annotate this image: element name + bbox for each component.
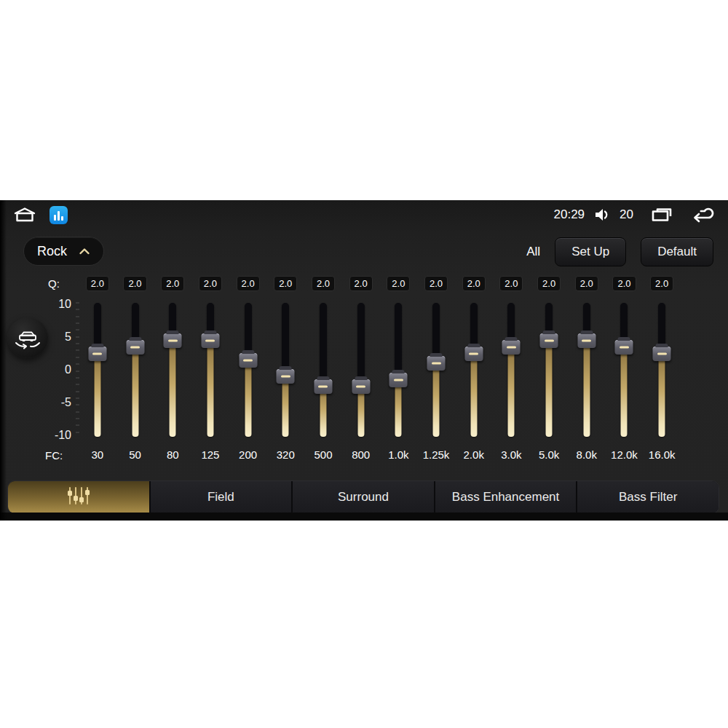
- home-icon[interactable]: [12, 206, 38, 223]
- eq-band: [606, 304, 644, 435]
- slider-track-lower[interactable]: [170, 341, 176, 438]
- slider-handle[interactable]: [427, 356, 446, 371]
- tab-label: Field: [207, 490, 234, 505]
- equalizer-app-icon[interactable]: [50, 206, 68, 224]
- fc-value: 320: [266, 448, 304, 461]
- slider-handle[interactable]: [88, 347, 106, 361]
- set-up-button[interactable]: Set Up: [555, 237, 626, 266]
- tab-field[interactable]: Field: [151, 481, 293, 513]
- slider-track-lower[interactable]: [132, 347, 138, 438]
- q-value[interactable]: 2.0: [575, 276, 598, 291]
- back-icon[interactable]: [690, 207, 716, 223]
- fc-value: 30: [79, 448, 116, 461]
- eq-band: [116, 304, 154, 435]
- fc-value: 80: [154, 448, 191, 461]
- status-time: 20:29: [554, 207, 585, 222]
- q-row-values: 2.02.02.02.02.02.02.02.02.02.02.02.02.02…: [79, 276, 681, 291]
- bottom-tab-bar: FieldSurroundBass EnhancementBass Filter: [7, 480, 719, 514]
- slider-track-lower[interactable]: [583, 341, 590, 438]
- q-value[interactable]: 2.0: [537, 276, 561, 291]
- tab-surround[interactable]: Surround: [293, 481, 435, 513]
- slider-handle[interactable]: [615, 340, 633, 355]
- slider-handle[interactable]: [653, 347, 671, 361]
- slider-track-lower[interactable]: [357, 387, 364, 438]
- gain-axis-label: 10: [58, 298, 71, 311]
- q-value[interactable]: 2.0: [161, 276, 184, 291]
- q-value[interactable]: 2.0: [237, 276, 260, 291]
- head-unit-screen: 20:29 20 Rock: [0, 200, 728, 521]
- q-value[interactable]: 2.0: [199, 276, 222, 291]
- slider-handle[interactable]: [201, 333, 219, 348]
- chevron-up-icon: [79, 248, 90, 255]
- slider-track-lower[interactable]: [245, 360, 251, 438]
- tab-bass-enhancement[interactable]: Bass Enhancement: [435, 481, 578, 513]
- fc-value: 800: [342, 448, 380, 461]
- slider-track-lower[interactable]: [282, 376, 289, 437]
- fc-value: 125: [191, 448, 229, 461]
- fc-value: 500: [304, 448, 342, 461]
- slider-track-lower[interactable]: [320, 387, 326, 438]
- eq-band: [266, 304, 304, 435]
- slider-track-lower[interactable]: [621, 347, 628, 438]
- equalizer-sliders-icon: [61, 485, 96, 510]
- slider-track-lower[interactable]: [659, 354, 665, 438]
- slider-handle[interactable]: [577, 333, 596, 348]
- q-value[interactable]: 2.0: [387, 276, 410, 291]
- eq-band: [229, 304, 267, 435]
- slider-handle[interactable]: [239, 353, 257, 368]
- preset-selector[interactable]: Rock: [23, 237, 104, 266]
- q-value[interactable]: 2.0: [274, 276, 297, 291]
- default-button[interactable]: Default: [641, 237, 713, 266]
- q-value[interactable]: 2.0: [123, 276, 146, 291]
- q-row-label: Q:: [48, 277, 60, 290]
- slider-handle[interactable]: [540, 333, 558, 348]
- slider-track-lower[interactable]: [546, 341, 553, 438]
- slider-handle[interactable]: [314, 379, 332, 394]
- gain-axis-label: 5: [65, 331, 71, 344]
- preset-label: Rock: [37, 244, 67, 259]
- slider-track-lower[interactable]: [207, 341, 213, 438]
- slider-track-lower[interactable]: [395, 380, 402, 438]
- q-value[interactable]: 2.0: [424, 276, 448, 291]
- eq-band: [304, 304, 342, 435]
- slider-track-lower[interactable]: [433, 363, 440, 437]
- slider-handle[interactable]: [502, 340, 521, 355]
- fc-value: 1.25k: [417, 448, 455, 461]
- fc-value: 8.0k: [568, 448, 606, 461]
- fc-value: 2.0k: [455, 448, 493, 461]
- slider-handle[interactable]: [126, 340, 144, 355]
- eq-band: [380, 304, 418, 435]
- tab-label: Bass Filter: [619, 490, 677, 505]
- slider-handle[interactable]: [464, 347, 483, 361]
- car-surround-button[interactable]: [7, 317, 48, 358]
- tab-equalizer[interactable]: [8, 481, 151, 513]
- status-bar: 20:29 20: [0, 200, 728, 229]
- recent-apps-icon[interactable]: [650, 207, 673, 223]
- slider-track-lower[interactable]: [508, 347, 515, 438]
- fc-row-label: FC:: [45, 449, 63, 462]
- fc-value: 5.0k: [530, 448, 568, 461]
- eq-sliders: [79, 304, 681, 435]
- q-value[interactable]: 2.0: [462, 276, 486, 291]
- eq-band: [530, 304, 568, 435]
- slider-handle[interactable]: [164, 333, 182, 348]
- fc-value: 200: [229, 448, 267, 461]
- slider-handle[interactable]: [352, 379, 370, 394]
- fc-value: 3.0k: [493, 448, 531, 461]
- fc-value: 50: [116, 448, 154, 461]
- q-value[interactable]: 2.0: [612, 276, 636, 291]
- eq-band: [568, 304, 606, 435]
- q-value[interactable]: 2.0: [499, 276, 523, 291]
- tab-bass-filter[interactable]: Bass Filter: [577, 481, 719, 513]
- slider-handle[interactable]: [277, 369, 295, 384]
- slider-handle[interactable]: [389, 373, 408, 387]
- q-value[interactable]: 2.0: [650, 276, 673, 291]
- slider-track-lower[interactable]: [94, 354, 100, 438]
- slider-track-lower[interactable]: [470, 354, 477, 438]
- q-value[interactable]: 2.0: [86, 276, 109, 291]
- bottom-strip: [0, 513, 728, 521]
- all-label[interactable]: All: [526, 245, 540, 259]
- q-value[interactable]: 2.0: [349, 276, 373, 291]
- status-volume-level: 20: [620, 207, 633, 222]
- q-value[interactable]: 2.0: [312, 276, 335, 291]
